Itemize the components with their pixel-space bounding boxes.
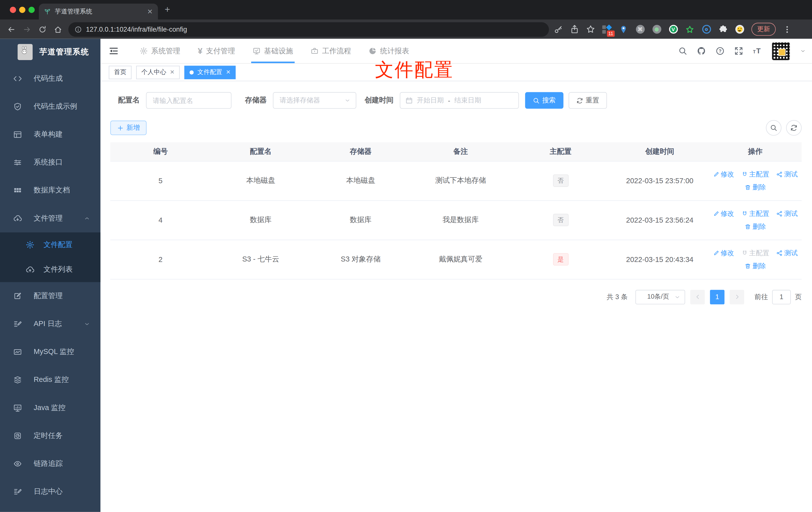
user-avatar[interactable]: [772, 42, 790, 60]
reset-button[interactable]: 重置: [569, 92, 607, 109]
date-range-picker[interactable]: 开始日期 - 结束日期: [400, 92, 519, 109]
sidebar-item-system-api[interactable]: 系统接口: [0, 149, 100, 177]
file-management-submenu: 文件配置 文件列表: [0, 232, 100, 282]
sidebar-item-db-doc[interactable]: 数据库文档: [0, 177, 100, 204]
sidebar-item-java-monitor[interactable]: Java 监控: [0, 394, 100, 422]
pin-extension-icon[interactable]: [619, 25, 628, 34]
goto-page-input[interactable]: [772, 290, 791, 304]
test-link[interactable]: 测试: [777, 170, 798, 179]
bookmark-star-icon[interactable]: [586, 25, 595, 34]
app-logo[interactable]: 芋道管理系统: [0, 39, 100, 65]
sidebar-item-log-center[interactable]: 日志中心: [0, 478, 100, 506]
pagination: 共 3 条 10条/页 1 前往 页: [100, 290, 802, 304]
forward-icon[interactable]: [23, 25, 31, 33]
sidebar-item-scheduled-task[interactable]: 定时任务: [0, 422, 100, 450]
nav-workflow[interactable]: 工作流程: [302, 39, 360, 63]
help-icon[interactable]: [716, 47, 724, 55]
master-link[interactable]: 主配置: [742, 248, 770, 258]
close-window-button[interactable]: [10, 7, 16, 13]
sidebar-item-trace[interactable]: 链路追踪: [0, 450, 100, 478]
reload-icon[interactable]: [38, 25, 47, 33]
magnet-icon: [742, 171, 748, 177]
sidebar-item-file-config[interactable]: 文件配置: [0, 232, 100, 257]
tag-profile[interactable]: 个人中心 ✕: [136, 65, 180, 79]
master-link[interactable]: 主配置: [742, 170, 770, 179]
sidebar-item-redis-monitor[interactable]: Redis 监控: [0, 366, 100, 394]
font-size-icon[interactable]: [753, 47, 762, 55]
password-key-icon[interactable]: [554, 25, 563, 34]
storage-select[interactable]: 请选择存储器: [273, 92, 356, 109]
sidebar-item-code-gen[interactable]: 代码生成: [0, 65, 100, 93]
edit-link[interactable]: 修改: [713, 248, 734, 258]
fullscreen-icon[interactable]: [734, 47, 743, 55]
delete-link[interactable]: 删除: [745, 261, 766, 270]
share-export-icon[interactable]: [570, 25, 579, 34]
sidebar-item-mysql-monitor[interactable]: MySQL 监控: [0, 338, 100, 366]
timer-icon: [13, 432, 22, 440]
next-page-button[interactable]: [730, 290, 744, 304]
tag-home[interactable]: 首页: [109, 65, 132, 79]
chrome-menu-icon[interactable]: [783, 25, 791, 33]
config-name-input[interactable]: [146, 92, 232, 109]
site-info-icon[interactable]: [75, 26, 82, 33]
sidebar-item-api-log[interactable]: API 日志: [0, 310, 100, 338]
tab-close-icon[interactable]: ✕: [147, 8, 153, 16]
sidebar-item-file-management[interactable]: 文件管理: [0, 204, 100, 232]
delete-link[interactable]: 删除: [745, 222, 766, 231]
minimize-window-button[interactable]: [19, 7, 25, 13]
refresh-table-button[interactable]: [786, 120, 802, 135]
tag-file-config[interactable]: 文件配置 ✕: [184, 65, 236, 79]
tags-view-bar: 首页 个人中心 ✕ 文件配置 ✕: [100, 64, 812, 81]
chrome-update-button[interactable]: 更新: [751, 23, 776, 36]
master-link[interactable]: 主配置: [742, 209, 770, 218]
sidebar-item-file-list[interactable]: 文件列表: [0, 257, 100, 282]
test-link[interactable]: 测试: [777, 248, 798, 258]
dot-extension-icon[interactable]: [652, 25, 661, 34]
eye-extension-icon[interactable]: [702, 25, 711, 34]
logo-avatar: [18, 43, 33, 60]
nav-payment-management[interactable]: ¥ 支付管理: [189, 39, 244, 63]
star-extension-icon[interactable]: [685, 25, 694, 34]
address-bar[interactable]: 127.0.0.1:1024/infra/file/file-config: [68, 22, 549, 36]
v-extension-icon[interactable]: V: [669, 25, 678, 34]
test-link[interactable]: 测试: [777, 209, 798, 218]
home-icon[interactable]: [54, 25, 62, 33]
search-button[interactable]: 搜索: [525, 92, 563, 109]
nav-infrastructure[interactable]: 基础设施: [244, 39, 302, 63]
github-icon[interactable]: [697, 47, 706, 55]
sidebar-item-config-management[interactable]: 配置管理: [0, 282, 100, 310]
back-icon[interactable]: [7, 25, 16, 33]
edit-link[interactable]: 修改: [713, 209, 734, 218]
display-icon: [13, 404, 22, 412]
puzzle-extension-icon[interactable]: [718, 25, 727, 34]
edit-link[interactable]: 修改: [713, 170, 734, 179]
page-number-current[interactable]: 1: [710, 290, 724, 304]
add-button[interactable]: 新增: [110, 121, 146, 135]
command-extension-icon[interactable]: ⌘: [635, 25, 645, 34]
chevron-right-icon: [734, 294, 740, 300]
zoom-window-button[interactable]: [28, 7, 35, 13]
search-icon[interactable]: [678, 47, 687, 55]
page-size-select[interactable]: 10条/页: [635, 290, 685, 304]
tag-close-icon[interactable]: ✕: [226, 69, 231, 76]
toggle-search-button[interactable]: [766, 120, 781, 135]
emoji-extension-icon[interactable]: [735, 25, 744, 34]
col-master: 主配置: [511, 142, 610, 161]
tag-close-icon[interactable]: ✕: [170, 69, 175, 76]
delete-link[interactable]: 删除: [745, 182, 766, 192]
filter-form: 配置名 存储器 请选择存储器 创建时间 开始日期 - 结束日期 搜索: [118, 92, 812, 109]
trash-icon: [745, 263, 751, 269]
favicon-seedling-icon: [44, 8, 51, 15]
new-tab-button[interactable]: +: [165, 4, 170, 15]
sidebar-item-code-demo[interactable]: 代码生成示例: [0, 93, 100, 121]
user-menu-caret-icon[interactable]: [800, 48, 806, 54]
cell-name: S3 - 七牛云: [211, 240, 311, 279]
nav-system-management[interactable]: 系统管理: [131, 39, 189, 63]
sidebar-item-form-builder[interactable]: 表单构建: [0, 121, 100, 149]
table-row: 2 S3 - 七牛云 S3 对象存储 戴佩妮真可爱 是 2022-03-15 2…: [110, 240, 802, 279]
collapse-sidebar-icon[interactable]: [109, 46, 118, 56]
browser-tab[interactable]: 芋道管理系统 ✕: [39, 4, 158, 20]
page-content: 配置名 存储器 请选择存储器 创建时间 开始日期 - 结束日期 搜索: [100, 81, 812, 512]
prev-page-button[interactable]: [690, 290, 705, 304]
extension-badge-icon[interactable]: 11: [602, 25, 611, 34]
